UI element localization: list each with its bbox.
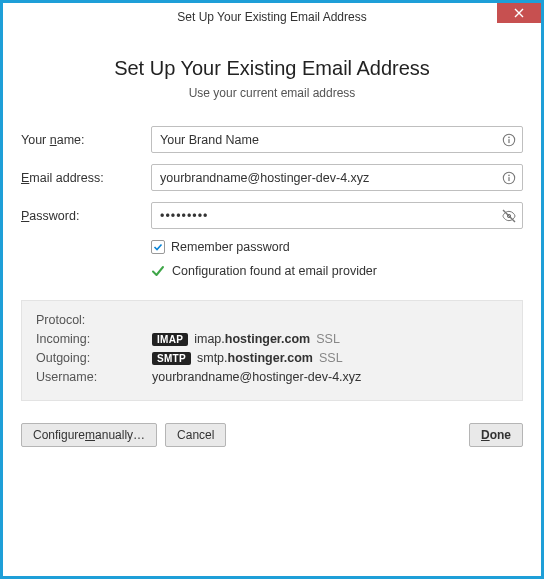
info-icon[interactable]	[501, 170, 517, 186]
svg-rect-5	[508, 177, 509, 181]
password-input[interactable]	[151, 202, 523, 229]
checkmark-icon	[151, 264, 165, 278]
protocol-label: Protocol:	[36, 313, 152, 327]
name-label: Your name:	[21, 133, 151, 147]
incoming-value: IMAP imap.hostinger.com SSL	[152, 332, 508, 346]
incoming-label: Incoming:	[36, 332, 152, 346]
svg-point-1	[508, 136, 510, 138]
password-label: Password:	[21, 209, 151, 223]
name-row: Your name:	[21, 126, 523, 153]
done-button[interactable]: Done	[469, 423, 523, 447]
name-input[interactable]	[151, 126, 523, 153]
outgoing-value: SMTP smtp.hostinger.com SSL	[152, 351, 508, 365]
configure-manually-button[interactable]: Configure manually…	[21, 423, 157, 447]
info-icon[interactable]	[501, 132, 517, 148]
dialog-content: Set Up Your Existing Email Address Use y…	[3, 31, 541, 459]
protocol-panel: Protocol: Incoming: IMAP imap.hostinger.…	[21, 300, 523, 401]
username-label: Username:	[36, 370, 152, 384]
eye-off-icon[interactable]	[501, 208, 517, 224]
status-row: Configuration found at email provider	[151, 264, 523, 278]
email-row: Email address:	[21, 164, 523, 191]
svg-rect-2	[508, 139, 509, 143]
close-icon	[514, 8, 524, 18]
window-title: Set Up Your Existing Email Address	[3, 10, 541, 24]
page-title: Set Up Your Existing Email Address	[21, 57, 523, 80]
imap-badge: IMAP	[152, 333, 188, 346]
username-value: yourbrandname@hostinger-dev-4.xyz	[152, 370, 508, 384]
status-text: Configuration found at email provider	[172, 264, 377, 278]
window-close-button[interactable]	[497, 3, 541, 23]
remember-label: Remember password	[171, 240, 290, 254]
button-row: Configure manually… Cancel Done	[21, 423, 523, 447]
svg-point-4	[508, 174, 510, 176]
email-input[interactable]	[151, 164, 523, 191]
password-row: Password:	[21, 202, 523, 229]
remember-row: Remember password	[151, 240, 523, 254]
titlebar: Set Up Your Existing Email Address	[3, 3, 541, 31]
outgoing-label: Outgoing:	[36, 351, 152, 365]
remember-checkbox[interactable]	[151, 240, 165, 254]
cancel-button[interactable]: Cancel	[165, 423, 226, 447]
email-label: Email address:	[21, 171, 151, 185]
page-subtitle: Use your current email address	[21, 86, 523, 100]
smtp-badge: SMTP	[152, 352, 191, 365]
